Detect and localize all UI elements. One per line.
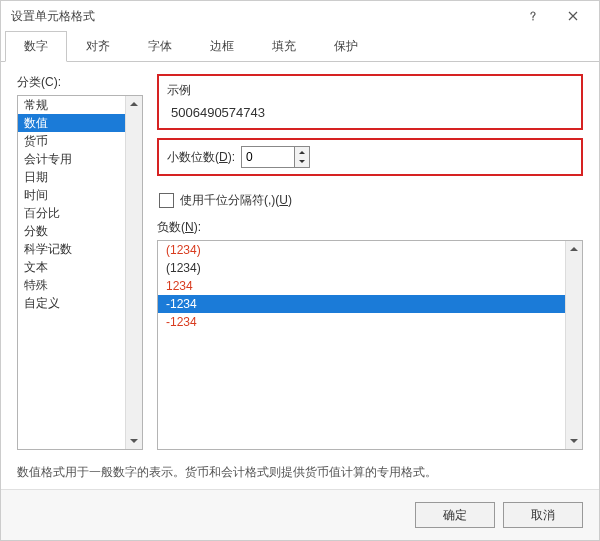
tab-数字[interactable]: 数字	[5, 31, 67, 62]
scroll-up-arrow[interactable]	[126, 96, 142, 112]
category-item[interactable]: 特殊	[18, 276, 142, 294]
thousands-checkbox[interactable]	[159, 193, 174, 208]
spinner-buttons	[294, 147, 309, 167]
category-list-inner: 常规数值货币会计专用日期时间百分比分数科学记数文本特殊自定义	[18, 96, 142, 449]
titlebar: 设置单元格格式	[1, 1, 599, 31]
category-item[interactable]: 日期	[18, 168, 142, 186]
sample-value: 5006490574743	[167, 103, 573, 122]
category-item[interactable]: 百分比	[18, 204, 142, 222]
spinner-down[interactable]	[295, 157, 309, 167]
sample-highlight-box: 示例 5006490574743	[157, 74, 583, 130]
decimal-label: 小数位数(D):	[167, 149, 235, 166]
tab-填充[interactable]: 填充	[253, 31, 315, 62]
category-item[interactable]: 分数	[18, 222, 142, 240]
negatives-label: 负数(N):	[157, 219, 583, 236]
category-item[interactable]: 时间	[18, 186, 142, 204]
dialog-footer: 确定 取消	[1, 489, 599, 540]
scroll-down-arrow[interactable]	[566, 433, 582, 449]
dialog-body: 分类(C): 常规数值货币会计专用日期时间百分比分数科学记数文本特殊自定义 示例…	[1, 62, 599, 489]
category-item[interactable]: 会计专用	[18, 150, 142, 168]
scrollbar[interactable]	[125, 96, 142, 449]
help-button[interactable]	[513, 2, 553, 30]
negative-format-item[interactable]: (1234)	[158, 241, 582, 259]
settings-column: 示例 5006490574743 小数位数(D):	[157, 74, 583, 450]
cancel-button[interactable]: 取消	[503, 502, 583, 528]
negative-format-item[interactable]: 1234	[158, 277, 582, 295]
category-label: 分类(C):	[17, 74, 143, 91]
decimal-row: 小数位数(D):	[167, 146, 573, 168]
decimal-highlight-box: 小数位数(D):	[157, 138, 583, 176]
scrollbar[interactable]	[565, 241, 582, 449]
decimal-input[interactable]	[242, 147, 294, 167]
negative-format-item[interactable]: (1234)	[158, 259, 582, 277]
category-item[interactable]: 货币	[18, 132, 142, 150]
negative-format-item[interactable]: -1234	[158, 295, 582, 313]
tab-字体[interactable]: 字体	[129, 31, 191, 62]
sample-label: 示例	[167, 82, 573, 99]
tab-边框[interactable]: 边框	[191, 31, 253, 62]
category-item[interactable]: 文本	[18, 258, 142, 276]
close-button[interactable]	[553, 2, 593, 30]
negative-format-item[interactable]: -1234	[158, 313, 582, 331]
window-title: 设置单元格格式	[11, 8, 513, 25]
decimal-spinner[interactable]	[241, 146, 310, 168]
category-item[interactable]: 自定义	[18, 294, 142, 312]
scroll-down-arrow[interactable]	[126, 433, 142, 449]
description-text: 数值格式用于一般数字的表示。货币和会计格式则提供货币值计算的专用格式。	[17, 464, 583, 481]
tab-保护[interactable]: 保护	[315, 31, 377, 62]
negatives-listbox[interactable]: (1234)(1234)1234-1234-1234	[157, 240, 583, 450]
spinner-up[interactable]	[295, 147, 309, 157]
tab-对齐[interactable]: 对齐	[67, 31, 129, 62]
thousands-label: 使用千位分隔符(,)(U)	[180, 192, 292, 209]
category-item[interactable]: 常规	[18, 96, 142, 114]
category-item[interactable]: 数值	[18, 114, 142, 132]
category-listbox[interactable]: 常规数值货币会计专用日期时间百分比分数科学记数文本特殊自定义	[17, 95, 143, 450]
ok-button[interactable]: 确定	[415, 502, 495, 528]
tab-strip: 数字对齐字体边框填充保护	[1, 31, 599, 62]
category-item[interactable]: 科学记数	[18, 240, 142, 258]
category-column: 分类(C): 常规数值货币会计专用日期时间百分比分数科学记数文本特殊自定义	[17, 74, 143, 450]
main-row: 分类(C): 常规数值货币会计专用日期时间百分比分数科学记数文本特殊自定义 示例…	[17, 74, 583, 450]
thousands-row: 使用千位分隔符(,)(U)	[159, 192, 583, 209]
scroll-up-arrow[interactable]	[566, 241, 582, 257]
dialog-window: 设置单元格格式 数字对齐字体边框填充保护 分类(C): 常规数值货币会计专用日期…	[0, 0, 600, 541]
